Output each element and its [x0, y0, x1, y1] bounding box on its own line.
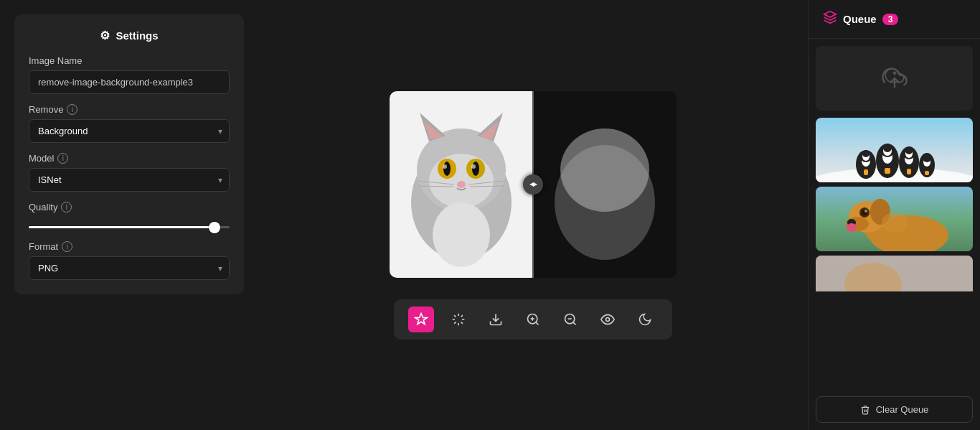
- svg-point-22: [560, 128, 649, 212]
- eye-scan-button[interactable]: [595, 307, 621, 332]
- queue-panel: Queue 3: [808, 0, 980, 430]
- split-handle[interactable]: [523, 174, 543, 195]
- cloud-icon: [885, 65, 905, 85]
- quality-slider[interactable]: [29, 226, 230, 228]
- queue-badge: 3: [882, 14, 899, 25]
- gear-icon: ⚙: [100, 29, 110, 42]
- partial-image: [816, 256, 973, 291]
- svg-point-11: [472, 162, 479, 176]
- remove-info-icon[interactable]: i: [67, 104, 77, 115]
- zoom-out-button[interactable]: [557, 307, 583, 332]
- format-select-wrapper: PNGJPEGWebP ▾: [29, 256, 230, 280]
- canvas-right: [533, 91, 677, 278]
- image-name-input[interactable]: [29, 70, 230, 94]
- remove-label: Remove i: [29, 104, 230, 115]
- model-select[interactable]: ISNetU2NetBiRefNet: [29, 168, 230, 192]
- svg-point-14: [457, 181, 466, 188]
- quality-label: Quality i: [29, 202, 230, 212]
- queue-title: Queue: [843, 13, 877, 25]
- svg-point-35: [862, 150, 870, 157]
- svg-marker-26: [824, 11, 837, 17]
- toolbar: [394, 299, 672, 340]
- model-field: Model i ISNetU2NetBiRefNet ▾: [29, 153, 230, 192]
- canvas-area: [390, 91, 677, 278]
- quality-field: Quality i: [29, 202, 230, 231]
- download-button[interactable]: [483, 307, 509, 332]
- svg-point-54: [923, 154, 931, 162]
- penguin-image: [816, 118, 973, 182]
- queue-header: Queue 3: [809, 0, 980, 39]
- queue-item-penguins[interactable]: [816, 118, 973, 182]
- queue-items-list: [809, 118, 980, 389]
- model-info-icon[interactable]: i: [57, 153, 68, 164]
- svg-point-13: [471, 164, 476, 169]
- image-name-label: Image Name: [29, 55, 230, 66]
- cat-original-image: [390, 91, 533, 278]
- remove-field: Remove i BackgroundForegroundCustom ▾: [29, 104, 230, 143]
- main-area: [258, 0, 808, 430]
- format-field: Format i PNGJPEGWebP ▾: [29, 241, 230, 280]
- format-select[interactable]: PNGJPEGWebP: [29, 256, 230, 280]
- trash-icon: [860, 405, 870, 415]
- quality-slider-wrapper: [29, 218, 230, 231]
- format-label: Format i: [29, 241, 230, 252]
- cat-processed-image: [533, 91, 677, 278]
- dark-mode-button[interactable]: [632, 307, 658, 332]
- loading-button[interactable]: [446, 307, 471, 332]
- svg-rect-50: [907, 169, 911, 174]
- image-name-field: Image Name: [29, 55, 230, 94]
- remove-select-wrapper: BackgroundForegroundCustom ▾: [29, 119, 230, 143]
- quality-info-icon[interactable]: i: [61, 202, 72, 212]
- settings-panel: ⚙ Settings Image Name Remove i Backgroun…: [14, 14, 244, 294]
- remove-select[interactable]: BackgroundForegroundCustom: [29, 119, 230, 143]
- sidebar: ⚙ Settings Image Name Remove i Backgroun…: [0, 0, 258, 430]
- svg-point-66: [847, 223, 857, 232]
- upload-placeholder[interactable]: [816, 46, 973, 111]
- svg-point-25: [606, 317, 610, 321]
- clear-queue-button[interactable]: Clear Queue: [816, 396, 973, 423]
- settings-heading: Settings: [116, 29, 158, 42]
- svg-point-49: [905, 147, 913, 154]
- svg-point-67: [882, 212, 908, 233]
- svg-rect-43: [885, 168, 890, 174]
- svg-rect-36: [864, 169, 868, 175]
- model-select-wrapper: ISNetU2NetBiRefNet ▾: [29, 168, 230, 192]
- svg-rect-55: [925, 171, 929, 175]
- format-info-icon[interactable]: i: [62, 241, 72, 252]
- svg-point-19: [433, 202, 490, 267]
- settings-title: ⚙ Settings: [29, 29, 230, 42]
- upload-icon-wrapper: [882, 65, 908, 91]
- layers-icon: [823, 10, 837, 28]
- zoom-in-button[interactable]: [520, 307, 546, 332]
- svg-point-64: [864, 210, 867, 212]
- queue-item-partial[interactable]: [816, 256, 973, 291]
- svg-point-10: [443, 162, 451, 176]
- queue-item-dog[interactable]: [816, 187, 973, 251]
- svg-point-42: [883, 144, 892, 152]
- magic-tool-button[interactable]: [408, 307, 434, 332]
- model-label: Model i: [29, 153, 230, 164]
- canvas-left: [390, 91, 533, 278]
- dog-image: [816, 187, 973, 251]
- svg-point-12: [443, 164, 447, 169]
- clear-queue-label: Clear Queue: [876, 404, 929, 415]
